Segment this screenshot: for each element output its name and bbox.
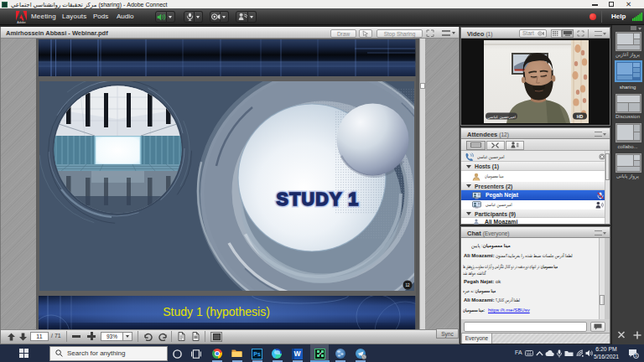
- svg-text:امیرحسین عباسی: امیرحسین عباسی: [487, 115, 516, 119]
- svg-text:Adobe: Adobe: [17, 21, 25, 23]
- svg-text:12: 12: [405, 283, 410, 287]
- svg-text:Study 1 (hypothesis): Study 1 (hypothesis): [163, 305, 270, 318]
- svg-text:HD: HD: [577, 114, 584, 119]
- svg-text:STUDY 1: STUDY 1: [277, 189, 360, 209]
